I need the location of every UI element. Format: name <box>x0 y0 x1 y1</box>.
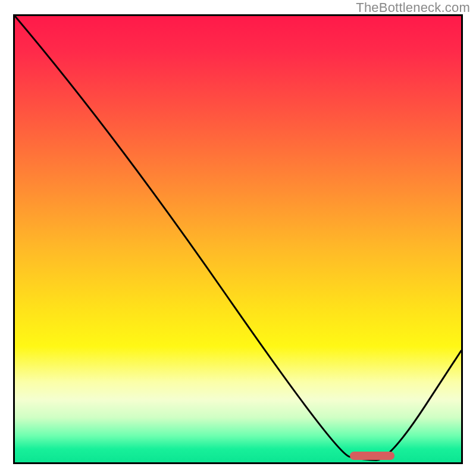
chart-container: TheBottleneck.com <box>0 0 476 476</box>
optimal-range-marker <box>350 452 394 460</box>
bottleneck-curve <box>15 16 461 462</box>
attribution-text: TheBottleneck.com <box>356 0 470 15</box>
plot-area <box>13 14 463 464</box>
